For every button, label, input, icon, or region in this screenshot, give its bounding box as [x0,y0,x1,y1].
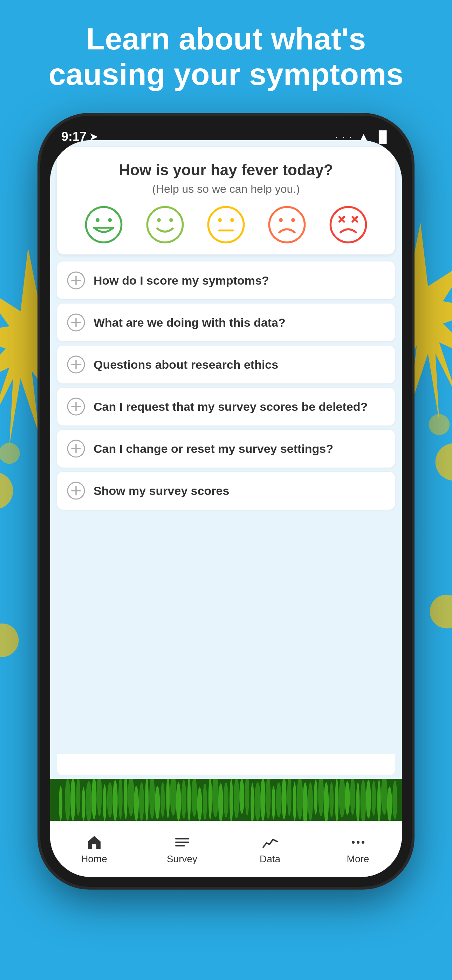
svg-point-93 [176,782,181,821]
header-title: Learn about what's causing your symptoms [0,21,452,92]
faq-item-2[interactable]: What are we doing with this data? [57,304,395,341]
faq-text-5: Can I change or reset my survey settings… [94,441,333,457]
svg-point-59 [161,782,165,818]
nav-item-data[interactable]: Data [226,828,314,870]
emoji-very-sad[interactable] [329,205,368,244]
nav-label-home: Home [81,853,107,865]
svg-point-16 [147,207,183,243]
survey-title: How is your hay fever today? [70,160,382,180]
battery-icon: ▐▌ [375,130,391,143]
svg-point-108 [335,779,339,821]
bottom-nav: Home Survey Data [50,821,402,877]
nav-label-data: Data [259,853,280,865]
svg-point-17 [157,218,161,222]
phone-screen: How is your hay fever today? (Help us so… [50,140,402,877]
emoji-row [70,205,382,244]
svg-point-89 [134,786,139,821]
svg-point-12 [86,207,122,243]
svg-point-61 [181,780,186,818]
svg-point-86 [103,784,107,821]
faq-item-1[interactable]: How do I score my symptoms? [57,261,395,299]
svg-point-57 [139,782,144,821]
faq-item-5[interactable]: Can I change or reset my survey settings… [57,430,395,468]
svg-point-52 [86,781,92,821]
svg-point-70 [276,782,282,818]
plus-circle-icon-6 [67,482,85,500]
plus-circle-icon-3 [67,355,85,374]
svg-point-83 [70,779,75,821]
svg-point-82 [59,786,62,821]
svg-point-113 [387,786,392,821]
nav-item-survey[interactable]: Survey [138,828,226,870]
plus-circle-icon-2 [67,313,85,332]
svg-point-111 [366,780,371,818]
svg-point-9 [430,595,452,628]
svg-point-95 [197,787,202,821]
faq-text-1: How do I score my symptoms? [94,273,269,288]
more-icon [350,834,366,851]
phone-frame: 9:17 ➤ · · · ▲ ▐▌ How is your hay fever … [40,116,412,887]
svg-point-50 [65,779,70,821]
svg-point-26 [330,207,366,243]
svg-point-109 [345,781,350,815]
svg-point-24 [279,218,283,222]
faq-text-4: Can I request that my survey scores be d… [94,399,368,414]
svg-point-91 [155,786,160,819]
svg-point-21 [230,218,234,222]
faq-section: How do I score my symptoms? What are we … [57,261,395,754]
svg-point-85 [91,779,96,819]
faq-item-4[interactable]: Can I request that my survey scores be d… [57,388,395,425]
nav-item-home[interactable]: Home [50,828,138,870]
faq-item-3[interactable]: Questions about research ethics [57,345,395,383]
emoji-neutral[interactable] [207,205,245,244]
svg-point-73 [308,782,313,821]
svg-point-87 [113,780,118,821]
emoji-very-happy[interactable] [84,205,123,244]
svg-point-13 [95,218,100,222]
svg-point-68 [255,782,261,821]
svg-point-14 [108,218,112,222]
svg-point-7 [436,443,452,481]
svg-point-106 [314,780,317,815]
faq-text-6: Show my survey scores [94,483,229,498]
faq-text-3: Questions about research ethics [94,357,278,372]
plus-circle-icon-1 [67,271,85,290]
svg-point-63 [203,783,207,820]
svg-point-75 [329,782,334,818]
svg-point-25 [291,218,295,222]
svg-point-51 [76,779,80,816]
svg-point-66 [234,779,239,818]
svg-point-119 [361,841,364,844]
svg-point-117 [352,841,355,844]
svg-point-18 [169,218,173,222]
svg-point-99 [239,779,244,814]
svg-point-3 [0,624,19,657]
svg-point-79 [372,781,376,816]
emoji-sad[interactable] [268,205,306,244]
svg-point-54 [107,782,113,818]
svg-point-104 [293,782,296,821]
nav-label-survey: Survey [167,853,197,865]
faq-text-2: What are we doing with this data? [94,315,286,330]
nav-item-more[interactable]: More [314,828,402,870]
svg-point-101 [260,779,265,821]
svg-point-118 [357,841,360,844]
svg-point-94 [188,779,191,821]
svg-point-102 [272,786,275,819]
plus-circle-icon-4 [67,398,85,416]
svg-point-97 [218,783,223,821]
faq-item-6[interactable]: Show my survey scores [57,472,395,510]
svg-point-81 [392,781,397,819]
svg-point-11 [428,414,450,435]
svg-point-19 [208,207,244,243]
svg-point-23 [269,207,305,243]
plus-circle-icon-5 [67,439,85,458]
survey-subtitle: (Help us so we can help you.) [70,183,382,196]
emoji-happy[interactable] [146,205,184,244]
survey-icon [174,834,191,851]
white-spacer [57,754,395,775]
survey-card: How is your hay fever today? (Help us so… [57,147,395,255]
svg-point-55 [118,779,123,819]
home-icon [86,834,103,851]
svg-point-1 [0,472,13,510]
